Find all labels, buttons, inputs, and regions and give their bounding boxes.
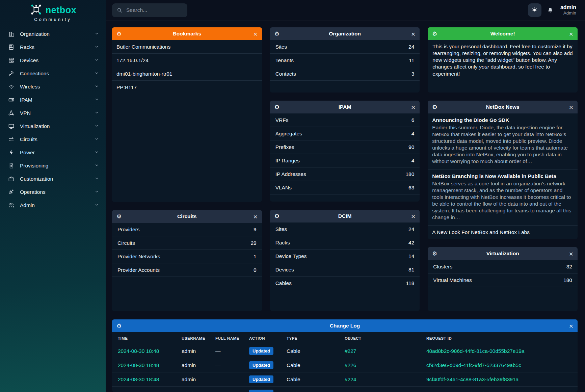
chevron-down-icon	[95, 97, 99, 103]
stat-row[interactable]: Device Types14	[270, 250, 420, 263]
table-row: 2024-08-30 18:48 admin — Updated Cable #…	[112, 344, 578, 358]
user-menu[interactable]: admin Admin	[560, 4, 576, 16]
stat-row[interactable]: Virtual Machines180	[428, 273, 578, 287]
stat-row[interactable]: Clusters32	[428, 260, 578, 273]
close-icon[interactable]: ×	[569, 250, 573, 257]
stat-row[interactable]: Aggregates4	[270, 127, 420, 140]
sidebar-item-circuits[interactable]: Circuits	[0, 133, 106, 146]
sidebar-item-virtualization[interactable]: Virtualization	[0, 120, 106, 133]
sidebar-item-customization[interactable]: Customization	[0, 172, 106, 185]
widget-welcome: ⚙ Welcome! × This is your personal dashb…	[428, 27, 578, 93]
stat-row[interactable]: IP Ranges4	[270, 154, 420, 167]
sidebar: netbox Community Organization Racks Devi…	[0, 0, 106, 392]
sidebar-item-racks[interactable]: Racks	[0, 41, 106, 54]
close-icon[interactable]: ×	[569, 30, 573, 37]
widget-config-icon[interactable]: ⚙	[116, 214, 122, 219]
stat-row[interactable]: Racks42	[270, 236, 420, 250]
changelog-time-link[interactable]: 2024-08-30 18:47	[112, 387, 179, 392]
stat-row[interactable]: Circuits29	[112, 236, 262, 250]
changelog-username: admin	[179, 358, 213, 372]
stat-row[interactable]: Sites24	[270, 223, 420, 236]
changelog-request-id-link[interactable]: cf92d3e6-d09d-41fc-9fd7-52337649ab5c	[424, 358, 578, 372]
stat-value: 6	[411, 117, 415, 123]
widget-config-icon[interactable]: ⚙	[116, 323, 122, 329]
stat-row[interactable]: Provider Accounts0	[112, 263, 262, 277]
column-header-request-id[interactable]: REQUEST ID	[424, 332, 578, 344]
bookmark-item[interactable]: dmi01-binghamton-rtr01	[112, 67, 262, 81]
column-header-full-name[interactable]: FULL NAME	[213, 332, 246, 344]
plug-icon	[8, 70, 15, 77]
sidebar-item-vpn[interactable]: VPN	[0, 106, 106, 120]
close-icon[interactable]: ×	[253, 213, 257, 220]
close-icon[interactable]: ×	[569, 322, 573, 330]
bookmark-item[interactable]: PP:B117	[112, 81, 262, 94]
stat-row[interactable]: VRFs6	[270, 113, 420, 127]
sidebar-item-wireless[interactable]: Wireless	[0, 80, 106, 93]
stat-row[interactable]: IP Addresses180	[270, 167, 420, 181]
stat-row[interactable]: Sites24	[270, 40, 420, 54]
sidebar-item-connections[interactable]: Connections	[0, 67, 106, 80]
news-article-title[interactable]: A New Look For NetBox and NetBox Labs	[432, 229, 573, 235]
close-icon[interactable]: ×	[569, 104, 573, 111]
stat-value: 3	[411, 71, 415, 77]
sidebar-item-devices[interactable]: Devices	[0, 54, 106, 67]
theme-toggle-button[interactable]	[528, 3, 541, 17]
bookmark-item[interactable]: Butler Communications	[112, 40, 262, 54]
stat-row[interactable]: Provider Networks1	[112, 250, 262, 263]
stat-row[interactable]: Cables118	[270, 277, 420, 290]
close-icon[interactable]: ×	[411, 104, 415, 111]
news-article: Announcing the Diode Go SDK Earlier this…	[428, 113, 578, 169]
changelog-object-link[interactable]: #224	[342, 387, 424, 392]
stat-row[interactable]: Providers9	[112, 223, 262, 236]
sidebar-item-provisioning[interactable]: Provisioning	[0, 159, 106, 172]
changelog-object-link[interactable]: #227	[342, 344, 424, 358]
sidebar-item-ipam[interactable]: IPAM	[0, 93, 106, 106]
widget-config-icon[interactable]: ⚙	[274, 213, 280, 219]
sidebar-item-admin[interactable]: Admin	[0, 199, 106, 212]
column-header-action[interactable]: ACTION	[246, 332, 284, 344]
stat-row[interactable]: Prefixes90	[270, 140, 420, 154]
stat-row[interactable]: Contacts3	[270, 67, 420, 81]
stat-row[interactable]: Tenants11	[270, 54, 420, 67]
close-icon[interactable]: ×	[253, 30, 257, 37]
sidebar-item-power[interactable]: Power	[0, 146, 106, 159]
widget-config-icon[interactable]: ⚙	[274, 104, 280, 110]
changelog-object-link[interactable]: #224	[342, 372, 424, 387]
widget-config-icon[interactable]: ⚙	[432, 31, 437, 37]
stat-label: IP Ranges	[275, 158, 300, 164]
sidebar-item-organization[interactable]: Organization	[0, 27, 106, 41]
notifications-button[interactable]	[547, 7, 554, 14]
close-icon[interactable]: ×	[411, 213, 415, 220]
stat-row[interactable]: VLANs63	[270, 181, 420, 194]
column-header-time[interactable]: TIME	[112, 332, 179, 344]
news-article-title[interactable]: NetBox Branching is Now Available in Pub…	[432, 173, 573, 179]
widget-config-icon[interactable]: ⚙	[432, 104, 437, 110]
changelog-request-id-link[interactable]: 48ad8b2c-986d-44fd-81ca-00d55b27e19a	[424, 344, 578, 358]
news-article-title[interactable]: Announcing the Diode Go SDK	[432, 117, 573, 123]
changelog-time-link[interactable]: 2024-08-30 18:48	[112, 372, 179, 387]
ip-address-icon	[8, 97, 15, 103]
changelog-time-link[interactable]: 2024-08-30 18:48	[112, 344, 179, 358]
stat-row[interactable]: Devices81	[270, 263, 420, 277]
brand-name[interactable]: netbox	[46, 5, 77, 16]
sidebar-item-operations[interactable]: Operations	[0, 185, 106, 199]
search-input[interactable]	[126, 7, 177, 13]
close-icon[interactable]: ×	[411, 30, 415, 37]
changelog-object-link[interactable]: #226	[342, 358, 424, 372]
widget-title: Welcome!	[441, 31, 564, 37]
bookmark-label: PP:B117	[116, 84, 137, 90]
search-box[interactable]	[112, 3, 187, 17]
column-header-object[interactable]: OBJECT	[342, 332, 424, 344]
changelog-full-name: —	[213, 387, 246, 392]
column-header-type[interactable]: TYPE	[284, 332, 342, 344]
changelog-time-link[interactable]: 2024-08-30 18:48	[112, 358, 179, 372]
changelog-request-id-link[interactable]: 7e3e4e2e-eee9-47f2-99f6-f99201e997e2	[424, 387, 578, 392]
widget-config-icon[interactable]: ⚙	[432, 251, 437, 257]
bookmark-item[interactable]: 172.16.0.1/24	[112, 54, 262, 67]
column-header-username[interactable]: USERNAME	[179, 332, 213, 344]
changelog-request-id-link[interactable]: 9cf40fdf-3461-4c88-81a3-5feb39f8391a	[424, 372, 578, 387]
stat-label: Aggregates	[275, 131, 302, 137]
widget-config-icon[interactable]: ⚙	[274, 31, 280, 37]
widget-config-icon[interactable]: ⚙	[116, 31, 122, 37]
widget-title: Bookmarks	[126, 31, 248, 37]
